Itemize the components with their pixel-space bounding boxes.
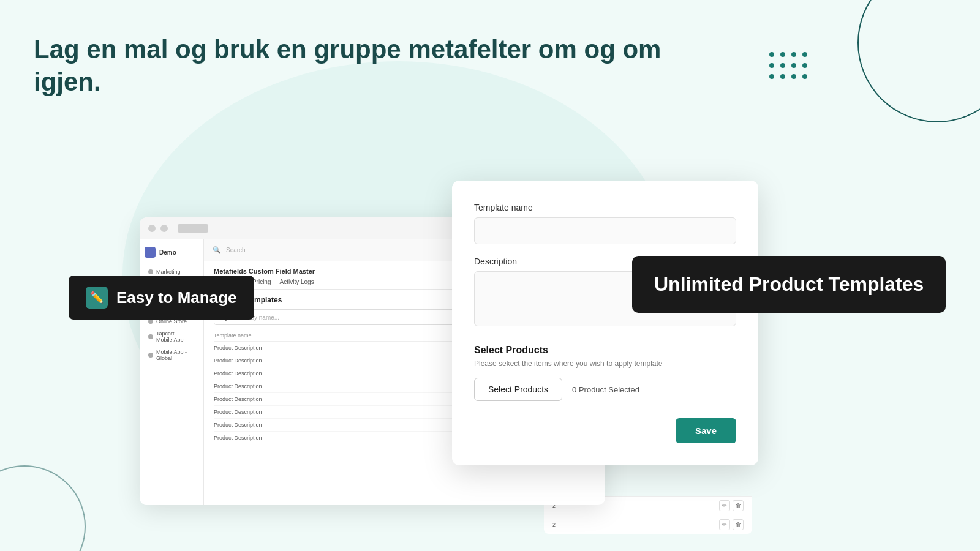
bottom-row-2: 2 ✏ 🗑 <box>544 515 752 534</box>
tapcart-dot-icon <box>148 334 153 339</box>
template-form-card: Template name Description Select Product… <box>452 181 758 465</box>
unlimited-badge-label: Unlimited Product Templates <box>654 273 924 295</box>
bg-circle-top-right <box>858 0 980 122</box>
save-row: Save <box>474 418 736 443</box>
delete-btn-1[interactable]: 🗑 <box>733 500 744 511</box>
easy-badge-label: Easy to Manage <box>116 288 237 307</box>
marketing-dot-icon <box>148 269 153 274</box>
select-products-row: Select Products 0 Product Selected <box>474 378 736 401</box>
save-button[interactable]: Save <box>676 418 736 443</box>
template-name-input[interactable] <box>474 217 736 244</box>
selected-count-label: 0 Product Selected <box>572 385 639 394</box>
titlebar-circle-2 <box>160 225 168 232</box>
online-store-dot-icon <box>148 319 153 324</box>
page-heading: Lag en mal og bruk en gruppe metafelter … <box>34 34 707 98</box>
mobile-app-dot-icon <box>148 353 153 358</box>
select-products-button[interactable]: Select Products <box>474 378 562 401</box>
edit-btn-2[interactable]: ✏ <box>719 519 730 530</box>
sidebar-item-tapcart[interactable]: Tapcart - Mobile App <box>145 328 198 345</box>
titlebar-circle-1 <box>148 225 156 232</box>
template-name-label: Template name <box>474 203 736 212</box>
bg-circle-bottom-left <box>0 465 86 551</box>
tab-activity-logs[interactable]: Activity Logs <box>280 279 314 289</box>
select-products-title: Select Products <box>474 345 736 356</box>
easy-to-manage-badge: ✏️ Easy to Manage <box>69 276 254 320</box>
tab-pricing[interactable]: Pricing <box>252 279 271 289</box>
delete-btn-2[interactable]: 🗑 <box>733 519 744 530</box>
select-products-section: Select Products Please sekect the items … <box>474 345 736 401</box>
search-icon: 🔍 <box>213 246 221 254</box>
unlimited-templates-badge: Unlimited Product Templates <box>632 256 946 313</box>
sidebar-item-mobile-app[interactable]: Mobile App - Global <box>145 347 198 364</box>
pencil-icon: ✏️ <box>86 287 108 309</box>
edit-btn-1[interactable]: ✏ <box>719 500 730 511</box>
select-products-desc: Please sekect the items where you wish t… <box>474 359 736 368</box>
shopify-icon <box>145 247 156 258</box>
titlebar-urlbar <box>178 224 208 233</box>
store-logo: Demo <box>145 247 198 258</box>
dots-grid <box>769 52 809 80</box>
search-text: Search <box>226 247 246 253</box>
store-name: Demo <box>159 249 176 256</box>
